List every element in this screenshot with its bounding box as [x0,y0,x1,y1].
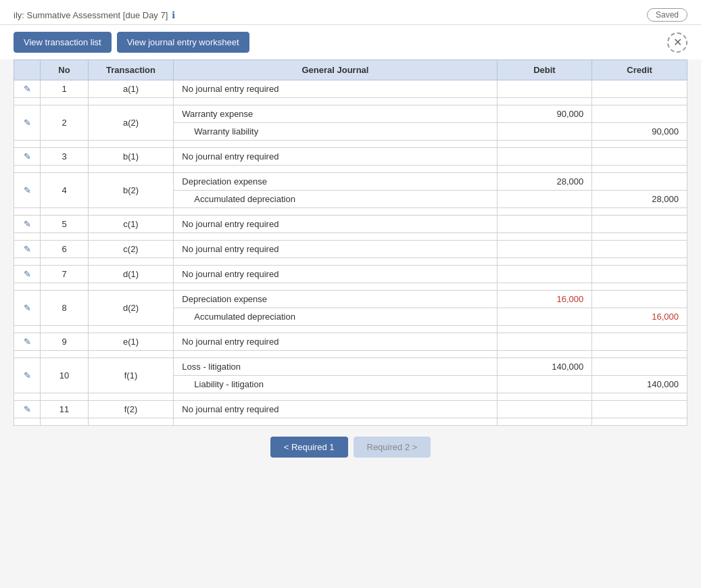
edit-cell[interactable]: ✎ [14,266,41,283]
spacer-row [14,326,687,333]
edit-cell[interactable]: ✎ [14,173,41,208]
edit-cell[interactable]: ✎ [14,291,41,326]
row-journal: No journal entry required [174,148,497,166]
row-debit [497,376,592,393]
spacer-row [14,418,687,426]
row-credit [592,401,687,418]
spacer-row [14,393,687,401]
row-credit [592,266,687,283]
table-row: ✎6c(2)No journal entry required [14,241,687,258]
edit-icon: ✎ [24,151,31,162]
table-row: ✎11f(2)No journal entry required [14,401,687,418]
row-no: 6 [41,241,88,258]
row-no: 9 [41,333,88,351]
table-row: ✎7d(1)No journal entry required [14,266,687,283]
spacer-row [14,351,687,358]
view-transaction-list-button[interactable]: View transaction list [14,32,112,53]
spacer-row [14,98,687,105]
row-journal: No journal entry required [174,80,497,98]
col-header-general-journal: General Journal [174,60,497,80]
row-credit [592,241,687,258]
spacer-row [14,141,687,148]
row-debit [497,80,592,98]
next-page-button[interactable]: Required 2 > [354,437,431,458]
spacer-row [14,208,687,216]
row-journal: No journal entry required [174,266,497,283]
row-journal: Accumulated depreciation [174,308,497,326]
row-transaction: a(2) [88,105,174,141]
edit-icon: ✎ [24,219,31,229]
row-credit [592,105,687,123]
edit-cell[interactable]: ✎ [14,80,41,98]
row-credit [592,358,687,376]
table-row: ✎2a(2)Warranty expense90,000 [14,105,687,123]
edit-icon: ✎ [24,303,31,313]
table-row: ✎5c(1)No journal entry required [14,216,687,233]
edit-cell[interactable]: ✎ [14,216,41,233]
row-journal: Warranty expense [174,105,497,123]
row-debit: 16,000 [497,291,592,308]
edit-icon: ✎ [24,84,31,94]
page-title: ily: Summative Assessment [due Day 7] [14,10,168,20]
edit-icon: ✎ [24,337,31,347]
prev-page-button[interactable]: < Required 1 [270,437,348,458]
row-debit [497,216,592,233]
row-transaction: d(2) [88,291,174,326]
edit-cell[interactable]: ✎ [14,148,41,166]
edit-icon: ✎ [24,185,31,195]
row-credit [592,173,687,191]
view-journal-entry-worksheet-button[interactable]: View journal entry worksheet [117,32,249,53]
row-no: 3 [41,148,88,166]
row-debit [497,401,592,418]
row-transaction: f(2) [88,401,174,418]
spacer-row [14,166,687,173]
row-no: 10 [41,358,88,393]
saved-badge: Saved [647,8,687,22]
row-journal: No journal entry required [174,401,497,418]
row-debit [497,191,592,208]
row-transaction: a(1) [88,80,174,98]
row-journal: Warranty liability [174,123,497,141]
row-debit [497,333,592,351]
col-header-transaction: Transaction [88,60,174,80]
row-transaction: d(1) [88,266,174,283]
row-no: 7 [41,266,88,283]
edit-icon: ✎ [24,244,31,254]
row-credit [592,148,687,166]
row-transaction: e(1) [88,333,174,351]
row-credit: 16,000 [592,308,687,326]
table-row: ✎4b(2)Depreciation expense28,000 [14,173,687,191]
table-row: ✎3b(1)No journal entry required [14,148,687,166]
table-row: ✎10f(1)Loss - litigation140,000 [14,358,687,376]
row-transaction: b(1) [88,148,174,166]
row-debit: 28,000 [497,173,592,191]
edit-icon: ✎ [24,370,31,381]
edit-cell[interactable]: ✎ [14,358,41,393]
close-button[interactable]: ✕ [667,32,687,53]
row-debit: 90,000 [497,105,592,123]
row-debit [497,148,592,166]
row-credit [592,80,687,98]
row-credit: 140,000 [592,376,687,393]
row-journal: No journal entry required [174,216,497,233]
row-journal: Depreciation expense [174,291,497,308]
col-header-no: No [41,60,88,80]
row-transaction: c(2) [88,241,174,258]
row-debit [497,308,592,326]
row-no: 1 [41,80,88,98]
row-journal: No journal entry required [174,333,497,351]
edit-icon: ✎ [24,118,31,128]
edit-cell[interactable]: ✎ [14,241,41,258]
edit-cell[interactable]: ✎ [14,333,41,351]
col-header-debit: Debit [497,60,592,80]
edit-cell[interactable]: ✎ [14,105,41,141]
info-icon: ℹ [172,9,175,20]
row-credit [592,216,687,233]
row-transaction: b(2) [88,173,174,208]
edit-cell[interactable]: ✎ [14,401,41,418]
edit-icon: ✎ [24,404,31,414]
table-row: ✎1a(1)No journal entry required [14,80,687,98]
table-row: ✎8d(2)Depreciation expense16,000 [14,291,687,308]
table-row: ✎9e(1)No journal entry required [14,333,687,351]
row-journal: No journal entry required [174,241,497,258]
